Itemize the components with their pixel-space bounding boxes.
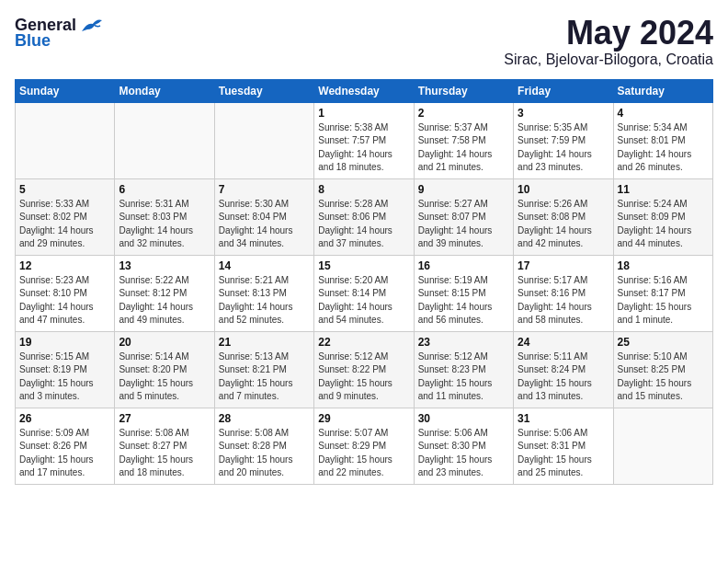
- day-number: 2: [418, 107, 509, 120]
- day-info: Sunrise: 5:23 AM Sunset: 8:10 PM Dayligh…: [19, 274, 110, 327]
- calendar-cell: [613, 408, 712, 484]
- calendar-cell: 20Sunrise: 5:14 AM Sunset: 8:20 PM Dayli…: [115, 331, 214, 408]
- calendar-cell: 14Sunrise: 5:21 AM Sunset: 8:13 PM Dayli…: [214, 255, 313, 331]
- day-number: 5: [19, 183, 110, 196]
- day-info: Sunrise: 5:37 AM Sunset: 7:58 PM Dayligh…: [418, 121, 509, 175]
- day-info: Sunrise: 5:26 AM Sunset: 8:08 PM Dayligh…: [518, 198, 609, 251]
- day-number: 23: [418, 336, 509, 349]
- calendar-week-row: 1Sunrise: 5:38 AM Sunset: 7:57 PM Daylig…: [16, 102, 713, 178]
- calendar-cell: 30Sunrise: 5:06 AM Sunset: 8:30 PM Dayli…: [414, 408, 513, 484]
- month-title: May 2024: [504, 15, 713, 52]
- day-info: Sunrise: 5:24 AM Sunset: 8:09 PM Dayligh…: [618, 198, 709, 251]
- day-number: 19: [19, 336, 110, 349]
- day-number: 9: [418, 183, 509, 196]
- calendar-cell: 6Sunrise: 5:31 AM Sunset: 8:03 PM Daylig…: [115, 178, 214, 255]
- day-info: Sunrise: 5:17 AM Sunset: 8:16 PM Dayligh…: [518, 274, 609, 327]
- day-number: 21: [219, 336, 310, 349]
- calendar-cell: 17Sunrise: 5:17 AM Sunset: 8:16 PM Dayli…: [514, 255, 613, 331]
- calendar-cell: 26Sunrise: 5:09 AM Sunset: 8:26 PM Dayli…: [16, 408, 115, 484]
- day-info: Sunrise: 5:14 AM Sunset: 8:20 PM Dayligh…: [119, 350, 210, 404]
- day-number: 22: [318, 336, 409, 349]
- calendar-week-row: 12Sunrise: 5:23 AM Sunset: 8:10 PM Dayli…: [16, 255, 713, 331]
- calendar-cell: 29Sunrise: 5:07 AM Sunset: 8:29 PM Dayli…: [314, 408, 414, 484]
- calendar-body: 1Sunrise: 5:38 AM Sunset: 7:57 PM Daylig…: [16, 102, 713, 484]
- day-number: 10: [518, 183, 609, 196]
- day-info: Sunrise: 5:13 AM Sunset: 8:21 PM Dayligh…: [219, 350, 310, 404]
- day-number: 30: [418, 412, 509, 425]
- day-info: Sunrise: 5:35 AM Sunset: 7:59 PM Dayligh…: [518, 121, 609, 175]
- calendar-cell: 4Sunrise: 5:34 AM Sunset: 8:01 PM Daylig…: [613, 102, 712, 178]
- day-number: 28: [219, 412, 310, 425]
- day-info: Sunrise: 5:15 AM Sunset: 8:19 PM Dayligh…: [19, 350, 110, 404]
- calendar-header-row: SundayMondayTuesdayWednesdayThursdayFrid…: [16, 79, 713, 102]
- logo: General Blue: [15, 15, 104, 51]
- calendar-cell: 9Sunrise: 5:27 AM Sunset: 8:07 PM Daylig…: [414, 178, 513, 255]
- weekday-header-thursday: Thursday: [414, 79, 513, 102]
- calendar-week-row: 19Sunrise: 5:15 AM Sunset: 8:19 PM Dayli…: [16, 331, 713, 408]
- day-info: Sunrise: 5:11 AM Sunset: 8:24 PM Dayligh…: [518, 350, 609, 404]
- weekday-header-monday: Monday: [115, 79, 214, 102]
- calendar-cell: 23Sunrise: 5:12 AM Sunset: 8:23 PM Dayli…: [414, 331, 513, 408]
- day-info: Sunrise: 5:21 AM Sunset: 8:13 PM Dayligh…: [219, 274, 310, 327]
- day-info: Sunrise: 5:30 AM Sunset: 8:04 PM Dayligh…: [219, 198, 310, 251]
- day-number: 18: [618, 259, 709, 272]
- calendar-cell: 21Sunrise: 5:13 AM Sunset: 8:21 PM Dayli…: [214, 331, 313, 408]
- calendar-cell: 10Sunrise: 5:26 AM Sunset: 8:08 PM Dayli…: [514, 178, 613, 255]
- calendar-cell: 25Sunrise: 5:10 AM Sunset: 8:25 PM Dayli…: [613, 331, 712, 408]
- calendar-week-row: 26Sunrise: 5:09 AM Sunset: 8:26 PM Dayli…: [16, 408, 713, 484]
- day-number: 14: [219, 259, 310, 272]
- day-number: 6: [119, 183, 210, 196]
- day-info: Sunrise: 5:07 AM Sunset: 8:29 PM Dayligh…: [318, 427, 409, 480]
- day-info: Sunrise: 5:10 AM Sunset: 8:25 PM Dayligh…: [618, 350, 709, 404]
- calendar-cell: 18Sunrise: 5:16 AM Sunset: 8:17 PM Dayli…: [613, 255, 712, 331]
- calendar-cell: 27Sunrise: 5:08 AM Sunset: 8:27 PM Dayli…: [115, 408, 214, 484]
- calendar-cell: 15Sunrise: 5:20 AM Sunset: 8:14 PM Dayli…: [314, 255, 414, 331]
- calendar-cell: 28Sunrise: 5:08 AM Sunset: 8:28 PM Dayli…: [214, 408, 313, 484]
- weekday-header-sunday: Sunday: [16, 79, 115, 102]
- day-number: 17: [518, 259, 609, 272]
- day-info: Sunrise: 5:06 AM Sunset: 8:31 PM Dayligh…: [518, 427, 609, 480]
- day-number: 20: [119, 336, 210, 349]
- day-number: 25: [618, 336, 709, 349]
- day-number: 29: [318, 412, 409, 425]
- day-info: Sunrise: 5:16 AM Sunset: 8:17 PM Dayligh…: [618, 274, 709, 327]
- day-number: 8: [318, 183, 409, 196]
- calendar-cell: 31Sunrise: 5:06 AM Sunset: 8:31 PM Dayli…: [514, 408, 613, 484]
- page-header: General Blue May 2024 Sirac, Bjelovar-Bi…: [15, 15, 713, 68]
- calendar-cell: 22Sunrise: 5:12 AM Sunset: 8:22 PM Dayli…: [314, 331, 414, 408]
- day-info: Sunrise: 5:34 AM Sunset: 8:01 PM Dayligh…: [618, 121, 709, 175]
- location-subtitle: Sirac, Bjelovar-Bilogora, Croatia: [504, 52, 713, 68]
- day-number: 26: [19, 412, 110, 425]
- day-number: 27: [119, 412, 210, 425]
- calendar-cell: 1Sunrise: 5:38 AM Sunset: 7:57 PM Daylig…: [314, 102, 414, 178]
- day-number: 11: [618, 183, 709, 196]
- day-info: Sunrise: 5:38 AM Sunset: 7:57 PM Dayligh…: [318, 121, 409, 175]
- day-info: Sunrise: 5:12 AM Sunset: 8:22 PM Dayligh…: [318, 350, 409, 404]
- calendar-cell: 3Sunrise: 5:35 AM Sunset: 7:59 PM Daylig…: [514, 102, 613, 178]
- weekday-header-saturday: Saturday: [613, 79, 712, 102]
- title-block: May 2024 Sirac, Bjelovar-Bilogora, Croat…: [504, 15, 713, 68]
- calendar-cell: [214, 102, 313, 178]
- logo-blue-text: Blue: [15, 31, 51, 51]
- day-number: 24: [518, 336, 609, 349]
- day-info: Sunrise: 5:27 AM Sunset: 8:07 PM Dayligh…: [418, 198, 509, 251]
- day-info: Sunrise: 5:06 AM Sunset: 8:30 PM Dayligh…: [418, 427, 509, 480]
- day-number: 3: [518, 107, 609, 120]
- day-number: 7: [219, 183, 310, 196]
- calendar-table: SundayMondayTuesdayWednesdayThursdayFrid…: [15, 79, 713, 485]
- day-info: Sunrise: 5:22 AM Sunset: 8:12 PM Dayligh…: [119, 274, 210, 327]
- calendar-week-row: 5Sunrise: 5:33 AM Sunset: 8:02 PM Daylig…: [16, 178, 713, 255]
- day-info: Sunrise: 5:08 AM Sunset: 8:28 PM Dayligh…: [219, 427, 310, 480]
- day-info: Sunrise: 5:33 AM Sunset: 8:02 PM Dayligh…: [19, 198, 110, 251]
- calendar-cell: 8Sunrise: 5:28 AM Sunset: 8:06 PM Daylig…: [314, 178, 414, 255]
- day-number: 16: [418, 259, 509, 272]
- calendar-cell: 2Sunrise: 5:37 AM Sunset: 7:58 PM Daylig…: [414, 102, 513, 178]
- weekday-header-tuesday: Tuesday: [214, 79, 313, 102]
- calendar-cell: 7Sunrise: 5:30 AM Sunset: 8:04 PM Daylig…: [214, 178, 313, 255]
- calendar-cell: [16, 102, 115, 178]
- day-info: Sunrise: 5:08 AM Sunset: 8:27 PM Dayligh…: [119, 427, 210, 480]
- calendar-cell: 24Sunrise: 5:11 AM Sunset: 8:24 PM Dayli…: [514, 331, 613, 408]
- calendar-cell: 19Sunrise: 5:15 AM Sunset: 8:19 PM Dayli…: [16, 331, 115, 408]
- day-info: Sunrise: 5:28 AM Sunset: 8:06 PM Dayligh…: [318, 198, 409, 251]
- day-number: 31: [518, 412, 609, 425]
